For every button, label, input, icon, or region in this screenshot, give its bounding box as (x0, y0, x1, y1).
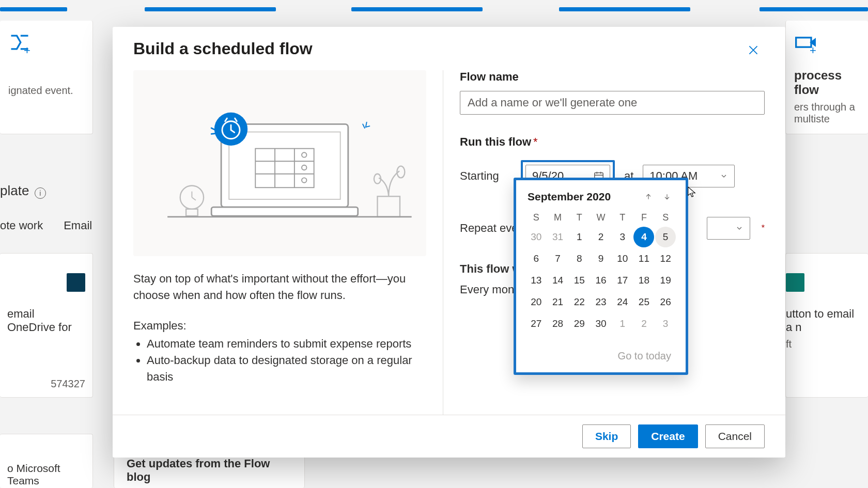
svg-rect-15 (186, 209, 198, 216)
go-to-today-link[interactable]: Go to today (525, 335, 676, 364)
prev-month-button[interactable] (641, 190, 656, 204)
date-picker-day[interactable]: 1 (569, 227, 590, 247)
date-picker-day[interactable]: 18 (633, 270, 654, 291)
arrow-down-icon (663, 192, 671, 201)
date-picker-dow: T (568, 209, 590, 226)
run-this-flow-label: Run this flow (460, 135, 531, 148)
date-picker-day[interactable]: 1 (612, 313, 633, 334)
date-picker-dow: M (547, 209, 569, 226)
date-picker-day[interactable]: 23 (591, 292, 611, 312)
scheduled-flow-illustration (133, 70, 426, 256)
example-item: Automate team reminders to submit expens… (147, 336, 426, 352)
repeat-unit-select[interactable] (707, 217, 750, 240)
flow-name-label: Flow name (460, 70, 765, 84)
date-picker-day[interactable]: 7 (548, 248, 568, 269)
svg-rect-2 (229, 132, 340, 199)
date-picker-dow: F (633, 209, 655, 226)
date-picker-day[interactable]: 2 (633, 313, 654, 334)
chevron-down-icon (735, 224, 743, 232)
date-picker-day[interactable]: 30 (526, 227, 547, 247)
date-picker-dow: T (612, 209, 633, 226)
next-month-button[interactable] (660, 190, 674, 204)
date-picker-day[interactable]: 30 (591, 313, 611, 334)
date-picker-day[interactable]: 24 (612, 292, 633, 312)
flow-name-input[interactable] (460, 91, 765, 115)
date-picker-day[interactable]: 14 (548, 270, 568, 291)
date-picker-day[interactable]: 11 (633, 248, 654, 269)
svg-rect-3 (211, 207, 358, 216)
date-picker-day[interactable]: 21 (548, 292, 568, 312)
date-picker-day[interactable]: 15 (569, 270, 590, 291)
create-button[interactable]: Create (638, 424, 698, 448)
date-picker-grid: SMTWTFS303112345678910111213141516171819… (525, 209, 676, 335)
scheduled-flow-modal: Build a scheduled flow (113, 27, 785, 458)
date-picker-day[interactable]: 3 (612, 227, 633, 247)
mouse-cursor (687, 186, 696, 198)
date-picker-day[interactable]: 16 (591, 270, 611, 291)
date-picker-day[interactable]: 6 (526, 248, 547, 269)
date-picker-day[interactable]: 20 (526, 292, 547, 312)
date-picker-day[interactable]: 27 (526, 313, 547, 334)
date-picker-day[interactable]: 2 (591, 227, 611, 247)
examples-list: Automate team reminders to submit expens… (133, 336, 426, 385)
close-button[interactable] (742, 39, 765, 62)
date-picker-day[interactable]: 3 (655, 313, 676, 334)
examples-heading: Examples: (133, 319, 426, 333)
required-asterisk: * (762, 224, 765, 233)
date-picker-day[interactable]: 10 (612, 248, 633, 269)
example-item: Auto-backup data to designated storage o… (147, 352, 426, 385)
date-picker-day[interactable]: 12 (655, 248, 676, 269)
date-picker-day[interactable]: 22 (569, 292, 590, 312)
date-picker-day[interactable]: 5 (655, 227, 676, 247)
chevron-down-icon (720, 172, 728, 180)
date-picker-dow: S (655, 209, 676, 226)
date-picker-dow: W (590, 209, 612, 226)
date-picker-day[interactable]: 28 (548, 313, 568, 334)
starting-label: Starting (460, 169, 512, 183)
skip-button[interactable]: Skip (582, 424, 631, 448)
modal-title: Build a scheduled flow (133, 39, 313, 58)
date-picker-day[interactable]: 29 (569, 313, 590, 334)
date-picker-month-label[interactable]: September 2020 (528, 191, 611, 203)
date-picker-day[interactable]: 19 (655, 270, 676, 291)
modal-description: Stay on top of what's important without … (133, 271, 426, 304)
modal-overlay: Build a scheduled flow (0, 0, 868, 488)
date-picker-day[interactable]: 25 (633, 292, 654, 312)
svg-rect-16 (378, 196, 400, 217)
date-picker-popup: September 2020 SMTWTFS303112345678910111… (514, 178, 688, 375)
date-picker-day[interactable]: 8 (569, 248, 590, 269)
required-asterisk: * (533, 135, 538, 148)
close-icon (747, 43, 760, 57)
date-picker-day[interactable]: 31 (548, 227, 568, 247)
arrow-up-icon (644, 192, 653, 201)
date-picker-day[interactable]: 9 (591, 248, 611, 269)
date-picker-day[interactable]: 4 (633, 227, 654, 247)
date-picker-day[interactable]: 13 (526, 270, 547, 291)
date-picker-dow: S (525, 209, 547, 226)
date-picker-day[interactable]: 26 (655, 292, 676, 312)
date-picker-day[interactable]: 17 (612, 270, 633, 291)
cancel-button[interactable]: Cancel (705, 424, 765, 448)
